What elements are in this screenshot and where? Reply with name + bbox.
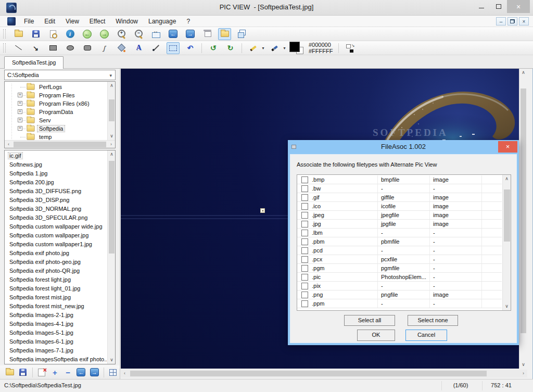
zoom-out-button[interactable]	[132, 28, 145, 40]
toolbar-grip[interactable]	[3, 29, 6, 39]
filetype-row[interactable]: .bw - -	[297, 184, 502, 193]
tree-item[interactable]: PerfLogs	[5, 83, 107, 91]
file-list-item[interactable]: Softpedia forest mist.jpg	[5, 293, 107, 302]
scrollbar-thumb[interactable]	[14, 142, 106, 147]
file-list-item[interactable]: Softpedia forest light.jpg	[5, 275, 107, 284]
filetype-checkbox[interactable]	[301, 300, 308, 307]
file-list-item[interactable]: Softpedia Images-7-1.jpg	[5, 346, 107, 355]
file-list-item[interactable]: Softpedia exif photo.jpg	[5, 249, 107, 258]
dialog-titlebar[interactable]: FileAsoc 1.002 ×	[288, 140, 519, 154]
file-list-item[interactable]: Softpedia custom wallpaper wide.jpg	[5, 222, 107, 231]
file-list-item[interactable]: Softpedia Images-4-1.jpg	[5, 320, 107, 328]
close-button[interactable]: ×	[507, 0, 530, 13]
browse-folder-button[interactable]	[218, 28, 231, 40]
info-button[interactable]	[64, 28, 77, 40]
filetype-checkbox[interactable]	[301, 230, 308, 236]
scrollbar-thumb[interactable]	[109, 161, 115, 254]
zoom-in-button[interactable]	[115, 28, 128, 40]
filetype-checkbox[interactable]	[301, 203, 308, 210]
filetype-row[interactable]: .lbm - -	[297, 229, 502, 237]
delete-file-button[interactable]	[36, 366, 47, 378]
tree-item[interactable]: Program Files (x86)	[5, 99, 107, 108]
filetype-row[interactable]: .bmp bmpfile image	[297, 175, 502, 184]
viewer-horizontal-scrollbar[interactable]: ‹ ›	[121, 370, 527, 377]
brush-dropdown-button[interactable]: ▾	[282, 42, 287, 54]
filetype-row[interactable]: .pcx pcxfile -	[297, 255, 502, 264]
select-none-button[interactable]: Select none	[408, 315, 458, 326]
file-list-item[interactable]: Softpedia imagesSoftpedia exif photo...	[5, 355, 107, 364]
arrow-tool-button[interactable]: ↘	[29, 42, 42, 54]
slideshow-button[interactable]	[201, 28, 214, 40]
filetype-checkbox[interactable]	[301, 283, 308, 289]
filetype-checkbox[interactable]	[301, 185, 308, 192]
file-list-item[interactable]: Softpedia custom wallpaper.jpg	[5, 231, 107, 240]
scroll-down-icon[interactable]: ∨	[503, 302, 511, 310]
menu-item[interactable]: Effect	[85, 16, 109, 27]
scroll-left-icon[interactable]: ‹	[121, 370, 129, 377]
toolbar-grip[interactable]	[3, 43, 6, 53]
brush-tool-button[interactable]	[268, 42, 281, 54]
maximize-button[interactable]	[490, 0, 507, 13]
dialog-close-button[interactable]: ×	[498, 141, 517, 153]
file-list-item[interactable]: Softpedia exif photo-geo.jpg	[5, 258, 107, 267]
next-file-button[interactable]: →	[89, 366, 100, 378]
select-tool-button[interactable]	[167, 42, 180, 54]
select-all-button[interactable]: Select all	[344, 315, 395, 326]
text-tool-button[interactable]: A	[132, 42, 145, 54]
forward-button[interactable]: →	[184, 28, 197, 40]
scroll-right-icon[interactable]: ›	[519, 370, 527, 377]
scrollbar-thumb[interactable]	[521, 88, 526, 333]
filetype-checkbox[interactable]	[301, 274, 308, 281]
expand-toggle-icon[interactable]	[18, 101, 22, 106]
file-list-item[interactable]: Softpedia forest mist_new.jpg	[5, 302, 107, 311]
thumbnail-view-button[interactable]	[108, 366, 119, 378]
mdi-restore-button[interactable]	[507, 17, 517, 26]
remove-button[interactable]: −	[62, 366, 73, 378]
scroll-up-icon[interactable]: ∧	[503, 175, 511, 183]
tree-item[interactable]: ProgramData	[5, 108, 107, 116]
expand-toggle-icon[interactable]	[18, 126, 22, 131]
foreground-color-swatch[interactable]	[289, 42, 300, 52]
ok-button[interactable]: OK	[357, 330, 395, 341]
ellipse-tool-button[interactable]	[64, 42, 77, 54]
scroll-down-icon[interactable]: ∨	[108, 356, 116, 364]
menu-item[interactable]: View	[61, 16, 83, 27]
file-list-item[interactable]: Softnews.jpg	[5, 160, 107, 169]
mdi-close-button[interactable]: ×	[519, 17, 529, 26]
file-list-scrollbar[interactable]: ∧ ∨	[107, 150, 115, 364]
filetype-row[interactable]: .png pngfile image	[297, 290, 502, 299]
filetype-row[interactable]: .pgm pgmfile -	[297, 264, 502, 273]
scrollbar-thumb[interactable]	[130, 371, 487, 376]
document-icon[interactable]	[7, 17, 16, 26]
filetype-row[interactable]: .pcd - -	[297, 246, 502, 255]
file-list-item[interactable]: Softpedia exif photo-QR.jpg	[5, 267, 107, 275]
tree-item[interactable]: Softpedia	[5, 124, 107, 133]
file-list-item[interactable]: Softpedia forest light_01.jpg	[5, 284, 107, 293]
filetype-row[interactable]: .gif giffile image	[297, 193, 502, 202]
expand-toggle-icon[interactable]	[18, 109, 22, 114]
filetype-checkbox[interactable]	[301, 256, 308, 263]
filetype-checkbox[interactable]	[301, 212, 308, 219]
filetype-row[interactable]: .pic PhotoshopElem... -	[297, 273, 502, 282]
file-list-item[interactable]: Softpedia Images-6-1.jpg	[5, 337, 107, 346]
open-button[interactable]	[4, 366, 15, 378]
expand-toggle-icon[interactable]	[18, 93, 22, 97]
file-list-item[interactable]: Softpedia 1.jpg	[5, 169, 107, 178]
tree-item[interactable]: Program Files	[5, 91, 107, 99]
tree-horizontal-scrollbar[interactable]: ‹ ›	[5, 140, 115, 148]
table-scrollbar[interactable]: ∧ ∨	[502, 175, 511, 310]
rotate-left-button[interactable]: ↺	[207, 42, 220, 54]
filetype-checkbox[interactable]	[301, 292, 308, 298]
file-list-item[interactable]: Softpedia 3D_DISP.png	[5, 196, 107, 205]
tree-vertical-scrollbar[interactable]: ∧ ∨	[107, 82, 115, 140]
filetype-checkbox[interactable]	[301, 176, 308, 183]
swap-colors-button[interactable]: ↘	[344, 42, 357, 54]
file-list-item[interactable]: Softpedia 3D_DIFFUSE.png	[5, 187, 107, 196]
file-list-item[interactable]: Softpedia 3D_SPECULAR.png	[5, 213, 107, 222]
filetype-checkbox[interactable]	[301, 247, 308, 254]
scroll-down-icon[interactable]: ∨	[108, 132, 116, 140]
undo-button[interactable]: ↶	[184, 42, 197, 54]
rotate-right-button[interactable]: ↻	[224, 42, 237, 54]
scroll-left-icon[interactable]: ‹	[5, 141, 12, 148]
fit-to-window-button[interactable]	[149, 28, 162, 40]
